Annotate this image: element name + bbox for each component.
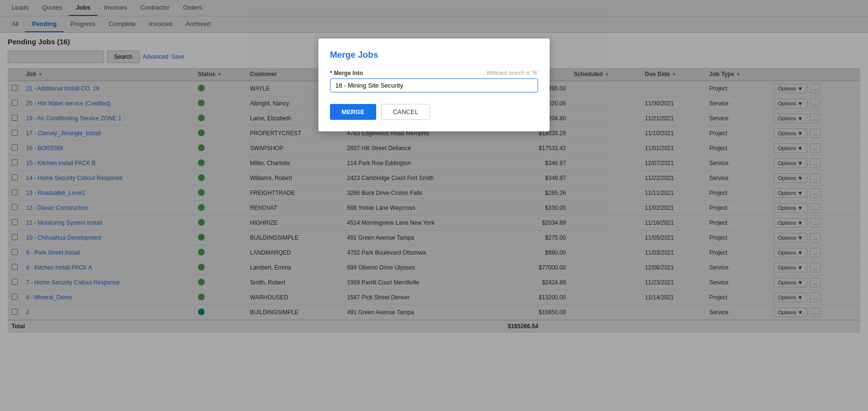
merge-into-input[interactable] [330,78,538,92]
wildcard-hint: Wildcard search is '%' [487,70,538,76]
merge-button[interactable]: MERGE [330,104,376,120]
merge-into-field: * Merge Into Wildcard search is '%' [330,70,538,92]
modal-overlay: Merge Jobs * Merge Into Wildcard search … [0,0,868,337]
merge-into-label: * Merge Into Wildcard search is '%' [330,70,538,77]
modal-title: Merge Jobs [330,50,538,60]
merge-jobs-modal: Merge Jobs * Merge Into Wildcard search … [318,39,550,131]
modal-actions: MERGE CANCEL [330,104,538,120]
cancel-button[interactable]: CANCEL [381,104,431,120]
